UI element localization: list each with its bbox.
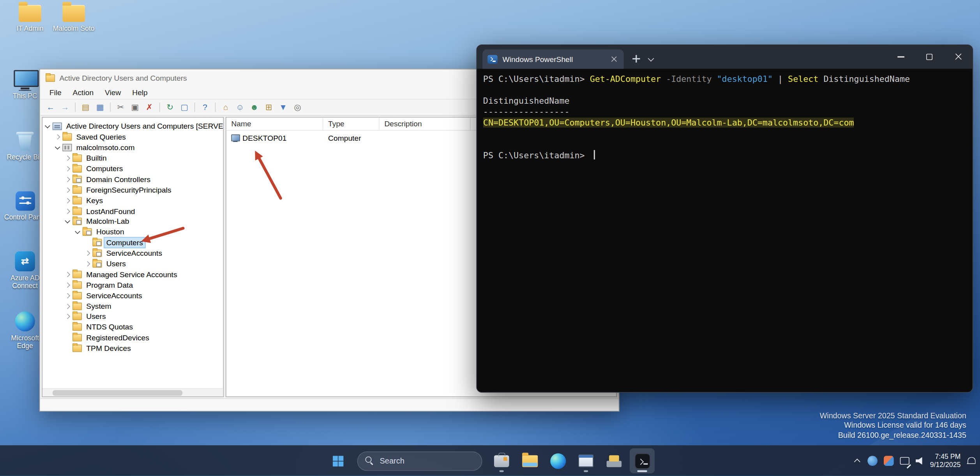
taskbar-file-explorer[interactable] [517,448,542,473]
column-header-type[interactable]: Type [323,118,379,130]
close-button[interactable] [944,45,973,69]
set-domain-icon[interactable]: ⌂ [219,101,232,113]
new-tab-button[interactable] [628,51,645,67]
prompt-text: PS C:\Users\itadmin> [483,150,590,160]
list-cell-type: Computer [323,134,379,142]
tree-item-program-data[interactable]: Program Data [42,280,223,290]
expand-chevron-icon[interactable] [64,165,71,172]
back-icon[interactable]: ← [44,101,57,113]
expand-chevron-icon[interactable] [64,292,71,299]
tree-item-ntds-quotas[interactable]: NTDS Quotas [42,322,223,333]
column-header-description[interactable]: Description [380,118,471,130]
tab-dropdown-button[interactable] [645,51,658,67]
open-app-indicator [584,470,588,472]
menu-help[interactable]: Help [127,87,153,98]
tree-item-lostandfound[interactable]: LostAndFound [42,206,223,216]
forward-icon[interactable]: → [59,101,71,113]
menu-file[interactable]: File [44,87,67,98]
desktop-icon-it-admin[interactable]: IT Admin [9,5,51,33]
notification-bell-icon[interactable] [967,457,975,465]
collapse-chevron-icon[interactable] [54,144,61,151]
network-icon[interactable] [900,457,909,464]
expand-chevron-icon[interactable] [84,250,91,257]
tree-item-serviceaccounts[interactable]: ServiceAccounts [42,248,223,258]
expand-chevron-icon[interactable] [64,186,71,194]
tree-item-domain-controllers[interactable]: Domain Controllers [42,174,223,185]
expand-chevron-icon[interactable] [64,313,71,320]
column-header-name[interactable]: Name [226,118,323,130]
refresh-icon[interactable]: ↻ [164,101,176,113]
desktop-icon-malcolm-soto[interactable]: Malcolm Soto [53,5,95,33]
collapse-chevron-icon[interactable] [74,228,81,236]
taskbar-clock[interactable]: 7:45 PM 9/12/2025 [930,453,961,469]
tree-item-serviceaccounts[interactable]: ServiceAccounts [42,290,223,301]
tree-item-active-directory-users-and-computers-server01-malco[interactable]: Active Directory Users and Computers [SE… [42,121,223,132]
expand-chevron-icon[interactable] [64,281,71,288]
collapse-chevron-icon[interactable] [64,218,71,225]
desktop[interactable]: IT Admin Malcolm Soto This PC Recycle Bi… [0,0,980,476]
tree-item-managed-service-accounts[interactable]: Managed Service Accounts [42,269,223,280]
terminal-blank-line [483,128,966,139]
tray-app-icon-2[interactable] [884,456,894,466]
minimize-button[interactable] [886,45,915,69]
aduc-statusbar [40,398,619,411]
tree-item-computers[interactable]: Computers [42,237,223,248]
export-icon[interactable]: ▢ [178,101,191,113]
output-divider: ----------------- [483,106,966,117]
scrollbar-thumb[interactable] [53,390,183,396]
terminal-tab[interactable]: Windows PowerShell [482,50,623,69]
collapse-chevron-icon[interactable] [44,123,51,130]
add-to-group-icon[interactable]: ⊞ [263,101,275,113]
delete-icon[interactable]: ✗ [143,101,155,113]
expand-chevron-icon[interactable] [54,133,61,141]
tree-item-saved-queries[interactable]: Saved Queries [42,132,223,142]
expand-chevron-icon[interactable] [64,207,71,215]
taskbar-terminal[interactable] [630,448,655,473]
tree-horizontal-scrollbar[interactable] [42,388,223,396]
string-argument-text: "desktop01" [712,74,773,84]
tree-item-computers[interactable]: Computers [42,164,223,174]
copy-icon[interactable]: ▣ [129,101,141,113]
tree-item-malcolmsoto-com[interactable]: malcolmsoto.com [42,142,223,153]
help-icon[interactable]: ? [199,101,211,113]
create-user-icon[interactable]: ☺ [234,101,246,113]
filter-icon[interactable]: ▼ [277,101,290,113]
tree-item-users[interactable]: Users [42,258,223,269]
taskbar-server-manager[interactable] [489,448,514,473]
expand-chevron-icon[interactable] [64,176,71,183]
tree-item-system[interactable]: System [42,301,223,311]
tree-item-tpm-devices[interactable]: TPM Devices [42,343,223,354]
tree-item-label: Users [104,259,128,269]
tray-app-icon-1[interactable] [867,456,878,466]
tree-item-label: Users [85,312,108,322]
expand-chevron-icon[interactable] [64,154,71,162]
terminal-content[interactable]: PS C:\Users\itadmin> Get-ADComputer -Ide… [477,69,973,392]
tab-close-icon[interactable] [609,55,619,64]
tray-chevron-up-icon[interactable] [854,457,861,464]
expand-chevron-icon[interactable] [64,271,71,278]
cut-icon[interactable]: ✂ [115,101,127,113]
find-icon[interactable]: ◎ [291,101,304,113]
start-button[interactable] [325,448,350,473]
maximize-button[interactable] [915,45,944,69]
tree-item-users[interactable]: Users [42,311,223,322]
expand-chevron-icon[interactable] [64,303,71,310]
menu-view[interactable]: View [99,87,127,98]
tree-item-keys[interactable]: Keys [42,195,223,206]
create-group-icon[interactable]: ☻ [248,101,261,113]
volume-icon[interactable] [916,457,924,465]
tree-item-malcolm-lab[interactable]: Malcolm-Lab [42,216,223,227]
taskbar-edge[interactable] [545,448,570,473]
expand-chevron-icon[interactable] [84,260,91,267]
export-list-icon[interactable]: ▦ [94,101,106,113]
taskbar-admin-tools[interactable] [602,448,627,473]
taskbar-search[interactable]: Search [357,451,482,471]
tree-item-registereddevices[interactable]: RegisteredDevices [42,333,223,343]
menu-action[interactable]: Action [67,87,99,98]
tree-item-foreignsecurityprincipals[interactable]: ForeignSecurityPrincipals [42,185,223,195]
tree-item-houston[interactable]: Houston [42,227,223,237]
expand-chevron-icon[interactable] [64,197,71,204]
taskbar-aduc-console[interactable] [574,448,599,473]
show-console-tree-icon[interactable]: ▤ [79,101,92,113]
tree-item-builtin[interactable]: Builtin [42,153,223,163]
